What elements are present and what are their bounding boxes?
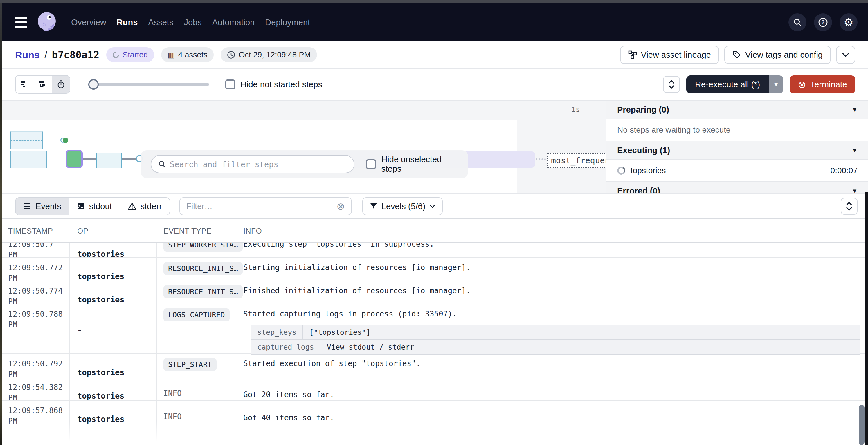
- view-stdout-stderr-link[interactable]: View stdout / stderr: [320, 340, 421, 354]
- breadcrumb-runs-link[interactable]: Runs: [15, 49, 40, 61]
- dotted-connector: [536, 159, 546, 160]
- panel-section-errored[interactable]: Errored (0) ▼: [606, 182, 868, 194]
- expand-collapse-button[interactable]: [663, 76, 680, 93]
- col-info: INFO: [237, 219, 868, 242]
- tab-stdout[interactable]: stdout: [69, 198, 120, 215]
- table-row[interactable]: 12:09:50.792PM topstories STEP_START Sta…: [0, 354, 868, 377]
- step-elapsed-time: 0:00:07: [831, 166, 858, 175]
- gantt-section: 1s most_frequent Hide unselected steps: [0, 101, 868, 194]
- table-row[interactable]: 12:09:50.774PM topstories RESOURCE_INIT_…: [0, 281, 868, 304]
- reexecute-all-button[interactable]: Re-execute all (*): [686, 75, 769, 93]
- hide-not-started-label: Hide not started steps: [240, 80, 322, 89]
- timed-view-icon[interactable]: [52, 76, 70, 93]
- scrollbar-track[interactable]: [865, 192, 868, 445]
- pending-step-box[interactable]: [10, 150, 47, 168]
- levels-dropdown[interactable]: Levels (5/6): [362, 197, 443, 215]
- step-search-input[interactable]: [170, 160, 347, 169]
- gear-icon[interactable]: ⚙: [840, 13, 858, 31]
- log-filter-box[interactable]: ⊗: [179, 197, 352, 215]
- zoom-slider-knob[interactable]: [88, 79, 99, 90]
- tab-stderr[interactable]: stderr: [120, 198, 169, 215]
- view-asset-lineage-button[interactable]: View asset lineage: [620, 46, 719, 64]
- expand-log-panel-button[interactable]: [841, 198, 858, 215]
- gantt-time-axis: 1s: [0, 101, 606, 120]
- op-name: -: [77, 326, 82, 335]
- op-name[interactable]: topstories: [77, 249, 125, 258]
- breadcrumb-separator: /: [44, 49, 47, 61]
- event-info: Got 40 items so far.: [243, 413, 334, 422]
- panel-section-preparing[interactable]: Preparing (0) ▼: [606, 101, 868, 119]
- search-icon[interactable]: [788, 13, 806, 31]
- table-row[interactable]: 12:09:50.788PM - LOGS_CAPTURED Started c…: [0, 304, 868, 354]
- step-search-box[interactable]: [151, 155, 354, 173]
- nav-item-assets[interactable]: Assets: [148, 18, 173, 27]
- waterfall-view-icon[interactable]: [34, 76, 52, 93]
- log-table-header: TIMESTAMP OP EVENT TYPE INFO: [0, 219, 868, 242]
- nav-item-deployment[interactable]: Deployment: [265, 18, 310, 27]
- col-timestamp: TIMESTAMP: [0, 219, 69, 242]
- window-top-edge: [0, 0, 868, 3]
- assets-count-badge[interactable]: ▦ 4 assets: [161, 47, 214, 62]
- gantt-chart[interactable]: 1s most_frequent Hide unselected steps: [0, 101, 606, 194]
- event-info: Started capturing logs in process (pid: …: [243, 310, 457, 318]
- event-type-plain: INFO: [163, 389, 182, 398]
- chevron-down-icon: [429, 205, 435, 208]
- zoom-slider-track[interactable]: [88, 83, 209, 86]
- top-navbar: Overview Runs Assets Jobs Automation Dep…: [0, 3, 868, 41]
- panel-section-executing[interactable]: Executing (1) ▼: [606, 141, 868, 160]
- dagster-logo[interactable]: [35, 10, 59, 34]
- hamburger-menu-icon[interactable]: [15, 17, 27, 28]
- run-id: b7c80a12: [52, 49, 99, 61]
- help-icon[interactable]: ?: [814, 13, 832, 31]
- chevron-down-icon: ▼: [852, 188, 858, 194]
- table-row[interactable]: 12:09:50.772PM topstories RESOURCE_INIT_…: [0, 258, 868, 281]
- op-name[interactable]: topstories: [77, 368, 125, 377]
- op-name[interactable]: topstories: [77, 415, 125, 423]
- nav-item-jobs[interactable]: Jobs: [184, 18, 202, 27]
- timestamp: 12:09:57.868: [8, 405, 66, 416]
- gantt-view-toggle: [15, 75, 70, 94]
- nav-item-automation[interactable]: Automation: [212, 18, 255, 27]
- events-list-icon: [23, 202, 31, 210]
- op-name[interactable]: topstories: [77, 295, 125, 304]
- start-time-badge: Oct 29, 12:09:48 PM: [221, 47, 317, 62]
- op-name[interactable]: topstories: [77, 272, 125, 281]
- desktop-edge-sliver: [0, 0, 2, 445]
- terminate-button[interactable]: ⊗ Terminate: [789, 75, 855, 93]
- chevron-down-icon: ▼: [852, 106, 858, 113]
- metadata-key: captured_logs: [251, 340, 320, 354]
- event-type-badge: RESOURCE_INIT_S…: [163, 285, 243, 298]
- step-marker-dot[interactable]: [63, 137, 68, 143]
- nav-item-runs[interactable]: Runs: [117, 18, 138, 27]
- event-info: Starting initialization of resources [io…: [243, 263, 471, 272]
- op-name[interactable]: topstories: [77, 391, 125, 400]
- running-step-box[interactable]: [96, 152, 122, 168]
- table-row[interactable]: 12:09:50.7PM topstories STEP_WORKER_STA……: [0, 242, 868, 258]
- search-icon: [158, 161, 166, 168]
- reexecute-dropdown-caret[interactable]: ▼: [769, 75, 783, 93]
- timestamp: 12:09:54.382: [8, 382, 66, 392]
- executing-step-row[interactable]: topstories 0:00:07: [606, 160, 868, 182]
- hide-unselected-checkbox[interactable]: [366, 159, 376, 169]
- most-frequent-step-box[interactable]: most_frequent: [547, 153, 607, 168]
- nav-item-overview[interactable]: Overview: [71, 18, 106, 27]
- header-more-dropdown[interactable]: [836, 46, 855, 64]
- zoom-slider[interactable]: [88, 79, 209, 90]
- hide-not-started-checkbox[interactable]: [225, 79, 235, 89]
- table-row[interactable]: 12:09:54.382PM topstories INFO Got 20 it…: [0, 377, 868, 401]
- view-tags-config-button[interactable]: View tags and config: [724, 46, 831, 64]
- table-row[interactable]: 12:09:57.868PM topstories INFO Got 40 it…: [0, 401, 868, 445]
- pending-step-box[interactable]: [10, 131, 43, 149]
- svg-text:?: ?: [822, 20, 825, 25]
- timestamp: 12:09:50.792: [8, 358, 66, 369]
- metadata-value: ["topstories"]: [303, 325, 377, 339]
- nav-items: Overview Runs Assets Jobs Automation Dep…: [71, 18, 310, 27]
- flat-view-icon[interactable]: [16, 76, 34, 93]
- log-tabs: Events stdout stderr: [15, 197, 170, 215]
- reexecute-split-button: Re-execute all (*) ▼: [686, 75, 783, 93]
- tab-events[interactable]: Events: [16, 198, 69, 215]
- selected-step-box[interactable]: [66, 150, 83, 168]
- log-filter-input[interactable]: [186, 202, 333, 211]
- scrollbar-thumb[interactable]: [859, 405, 865, 445]
- clear-filter-icon[interactable]: ⊗: [337, 201, 345, 211]
